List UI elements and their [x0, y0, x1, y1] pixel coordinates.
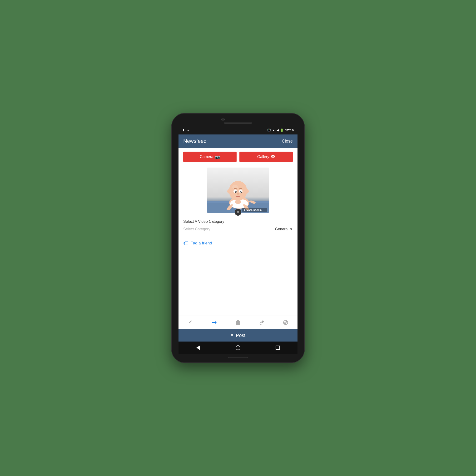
toolbar-link-icon[interactable]: [257, 318, 266, 327]
camera-button[interactable]: Camera 📷: [183, 152, 237, 162]
phone-top: [171, 113, 305, 126]
toolbar-pencil-icon[interactable]: [186, 318, 195, 327]
gallery-btn-icon: 🖼: [271, 155, 275, 159]
home-icon: [236, 345, 240, 350]
toolbar-camera-icon[interactable]: [234, 318, 242, 327]
svg-point-15: [227, 189, 231, 193]
tag-friend-button[interactable]: 🏷 Tag a friend: [183, 240, 212, 246]
phone-device: ⬇ ✦ 📳 ▲ ◀ 🔋 12:16 Newsfeed Close Camera …: [171, 113, 305, 363]
dropdown-arrow-icon: ▼: [289, 227, 293, 231]
svg-rect-17: [235, 200, 241, 204]
download-icon: ⬇: [182, 129, 185, 132]
baby-illustration: 🎙 MadLipz.com: [207, 168, 269, 213]
post-icon: ≡: [231, 333, 233, 338]
content-area: Camera 📷 Gallery 🖼: [178, 148, 298, 329]
svg-point-6: [229, 181, 247, 201]
media-buttons-row: Camera 📷 Gallery 🖼: [178, 148, 298, 165]
gallery-btn-label: Gallery: [257, 155, 270, 159]
back-icon: [196, 345, 200, 350]
video-thumbnail: 🎙 MadLipz.com: [207, 168, 269, 213]
app-header: Newsfeed Close: [178, 135, 298, 148]
category-section: Select A Video Category Select Category …: [178, 213, 298, 236]
toolbar-chart-icon[interactable]: [281, 318, 290, 327]
speaker-grille: [224, 122, 252, 123]
tag-icon: 🏷: [183, 240, 188, 246]
vibrate-icon: 📳: [267, 129, 271, 132]
category-section-title: Select A Video Category: [183, 220, 293, 224]
video-close-button[interactable]: ×: [235, 209, 241, 216]
signal-icon: ◀: [276, 129, 279, 132]
camera-btn-icon: 📷: [215, 155, 220, 159]
gallery-button[interactable]: Gallery 🖼: [239, 152, 293, 162]
status-right-icons: 📳 ▲ ◀ 🔋 12:16: [267, 128, 294, 132]
status-left-icons: ⬇ ✦: [182, 129, 189, 132]
close-button[interactable]: Close: [282, 139, 293, 144]
wifi-icon: ▲: [272, 129, 275, 132]
category-select-row[interactable]: Select Category General ▼: [183, 227, 293, 234]
front-camera: [221, 118, 225, 121]
recent-icon: [276, 346, 280, 350]
nav-back-button[interactable]: [195, 344, 202, 351]
close-x-icon: ×: [237, 210, 239, 214]
category-selected[interactable]: General ▼: [275, 227, 293, 231]
content-spacer: [178, 249, 298, 316]
android-nav-bar: [178, 341, 298, 354]
svg-point-12: [236, 191, 236, 192]
nav-recent-button[interactable]: [274, 344, 281, 351]
bottom-toolbar: [178, 316, 298, 329]
app-title: Newsfeed: [183, 138, 206, 144]
category-placeholder: Select Category: [183, 227, 210, 231]
phone-bottom: [228, 354, 248, 363]
android-icon: ✦: [187, 129, 189, 132]
svg-text:🎙 MadLipz.com: 🎙 MadLipz.com: [243, 209, 262, 211]
post-label: Post: [236, 333, 245, 338]
battery-icon: 🔋: [280, 129, 284, 132]
category-value-text: General: [275, 227, 289, 231]
svg-point-16: [245, 189, 249, 193]
nav-home-button[interactable]: [235, 344, 241, 351]
svg-point-7: [232, 185, 238, 189]
tag-label: Tag a friend: [191, 241, 212, 246]
time-display: 12:16: [285, 128, 294, 132]
video-area: 🎙 MadLipz.com ×: [178, 165, 298, 213]
status-bar: ⬇ ✦ 📳 ▲ ◀ 🔋 12:16: [178, 126, 298, 135]
camera-btn-label: Camera: [200, 155, 214, 159]
bottom-speaker-grille: [228, 357, 248, 358]
post-bar[interactable]: ≡ Post: [178, 329, 298, 341]
svg-point-14: [237, 193, 239, 195]
screen: ⬇ ✦ 📳 ▲ ◀ 🔋 12:16 Newsfeed Close Camera …: [178, 126, 298, 354]
toolbar-video-icon[interactable]: [210, 318, 219, 327]
svg-point-13: [241, 191, 242, 192]
tag-section: 🏷 Tag a friend: [178, 236, 298, 249]
